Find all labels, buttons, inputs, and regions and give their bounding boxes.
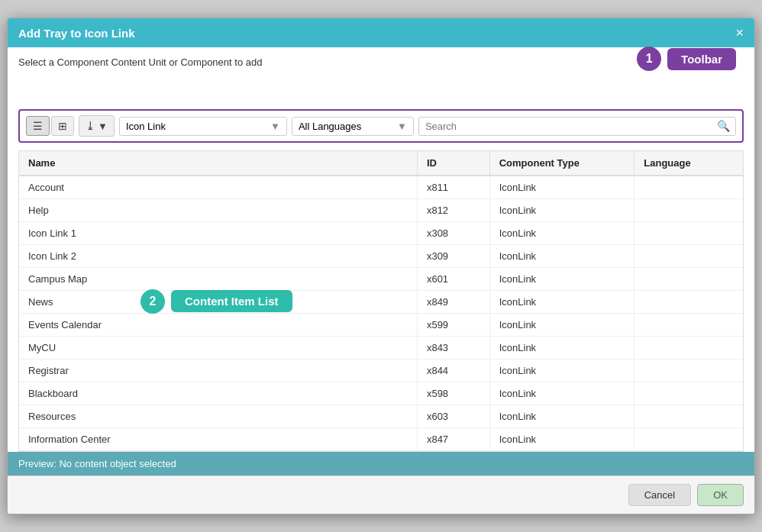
table-row[interactable]: News x849 IconLink (19, 291, 743, 314)
cell-name: News (19, 291, 417, 314)
cell-id: x308 (417, 222, 489, 245)
cell-id: x601 (417, 268, 489, 291)
component-type-select[interactable]: Icon Link ▼ (119, 117, 287, 136)
cell-id: x309 (417, 245, 489, 268)
cell-language (634, 199, 743, 222)
cell-type: IconLink (489, 268, 634, 291)
list-view-icon: ☰ (33, 120, 43, 132)
table-row[interactable]: Account x811 IconLink (19, 176, 743, 199)
cancel-button[interactable]: Cancel (628, 484, 691, 506)
language-value: All Languages (299, 121, 361, 132)
language-select[interactable]: All Languages ▼ (292, 117, 414, 136)
content-table: Name ID Component Type Language Account … (19, 151, 743, 451)
preview-text: Preview: No content object selected (18, 458, 176, 469)
view-buttons: ☰ ⊞ (26, 116, 74, 136)
dialog-body: Select a Component Content Unit or Compo… (8, 47, 754, 452)
table-row[interactable]: MyCU x843 IconLink (19, 337, 743, 360)
cell-type: IconLink (489, 360, 634, 382)
search-input[interactable] (418, 117, 736, 136)
search-wrapper: 🔍 (418, 117, 736, 136)
cell-language (634, 314, 743, 337)
ok-button[interactable]: OK (697, 484, 744, 506)
cell-type: IconLink (489, 405, 634, 428)
toolbar-area: ☰ ⊞ ⤓ ▼ Icon Link ▼ A (18, 109, 744, 143)
cell-language (634, 337, 743, 360)
cell-id: x843 (417, 337, 489, 360)
component-type-value: Icon Link (126, 121, 166, 132)
import-icon: ⤓ (86, 119, 95, 133)
table-row[interactable]: Help x812 IconLink (19, 199, 743, 222)
toolbar-annotation: 1 Toolbar (637, 47, 736, 71)
cell-name: Help (19, 199, 417, 222)
import-dropdown-icon: ▼ (98, 121, 108, 132)
cell-type: IconLink (489, 291, 634, 314)
toolbar-annotation-number: 1 (637, 47, 661, 71)
cell-type: IconLink (489, 314, 634, 337)
cell-language (634, 382, 743, 405)
table-row[interactable]: Events Calendar x599 IconLink (19, 314, 743, 337)
table-row[interactable]: Resources x603 IconLink (19, 405, 743, 428)
table-header: Name ID Component Type Language (19, 151, 743, 176)
cell-name: Account (19, 176, 417, 199)
preview-bar: Preview: No content object selected (8, 452, 754, 476)
cell-type: IconLink (489, 428, 634, 451)
toolbar-annotation-label: Toolbar (667, 48, 736, 70)
cell-name: MyCU (19, 337, 417, 360)
cell-language (634, 428, 743, 451)
cell-id: x598 (417, 382, 489, 405)
table-row[interactable]: Icon Link 1 x308 IconLink (19, 222, 743, 245)
table-row[interactable]: Registrar x844 IconLink (19, 360, 743, 382)
grid-view-icon: ⊞ (58, 120, 67, 132)
cell-id: x847 (417, 428, 489, 451)
cell-id: x849 (417, 291, 489, 314)
cell-name: Events Calendar (19, 314, 417, 337)
table-body: Account x811 IconLink Help x812 IconLink… (19, 176, 743, 451)
cell-language (634, 222, 743, 245)
cell-language (634, 268, 743, 291)
cell-name: Icon Link 2 (19, 245, 417, 268)
table-row[interactable]: Icon Link 2 x309 IconLink (19, 245, 743, 268)
col-header-name: Name (19, 151, 417, 176)
cell-name: Blackboard (19, 382, 417, 405)
cell-id: x812 (417, 199, 489, 222)
cell-type: IconLink (489, 382, 634, 405)
table-row[interactable]: Campus Map x601 IconLink (19, 268, 743, 291)
col-header-language: Language (634, 151, 743, 176)
import-button[interactable]: ⤓ ▼ (79, 115, 115, 137)
cell-name: Registrar (19, 360, 417, 382)
dialog-footer: Cancel OK (8, 476, 754, 514)
dialog-subtitle: Select a Component Content Unit or Compo… (18, 56, 744, 68)
cell-type: IconLink (489, 176, 634, 199)
cell-language (634, 291, 743, 314)
cell-name: Information Center (19, 428, 417, 451)
table-container: Name ID Component Type Language Account … (18, 150, 744, 452)
cell-language (634, 176, 743, 199)
cell-type: IconLink (489, 199, 634, 222)
list-view-button[interactable]: ☰ (26, 116, 50, 136)
close-button[interactable]: × (735, 26, 744, 40)
cell-id: x811 (417, 176, 489, 199)
cell-type: IconLink (489, 222, 634, 245)
cell-id: x603 (417, 405, 489, 428)
table-body-wrapper: 2 Content Item List Name ID Component Ty… (18, 150, 744, 452)
cell-name: Icon Link 1 (19, 222, 417, 245)
dialog-title: Add Tray to Icon Link (18, 27, 135, 40)
cell-language (634, 245, 743, 268)
cell-id: x599 (417, 314, 489, 337)
search-icon: 🔍 (717, 120, 730, 132)
add-tray-dialog: Add Tray to Icon Link × Select a Compone… (7, 18, 755, 514)
cell-type: IconLink (489, 337, 634, 360)
cell-name: Campus Map (19, 268, 417, 291)
component-type-chevron: ▼ (270, 121, 280, 132)
cell-language (634, 405, 743, 428)
grid-view-button[interactable]: ⊞ (51, 116, 74, 136)
cell-type: IconLink (489, 245, 634, 268)
cell-name: Resources (19, 405, 417, 428)
table-row[interactable]: Blackboard x598 IconLink (19, 382, 743, 405)
cell-language (634, 360, 743, 382)
col-header-id: ID (417, 151, 489, 176)
cell-id: x844 (417, 360, 489, 382)
language-chevron: ▼ (397, 121, 407, 132)
dialog-titlebar: Add Tray to Icon Link × (8, 18, 754, 47)
table-row[interactable]: Information Center x847 IconLink (19, 428, 743, 451)
